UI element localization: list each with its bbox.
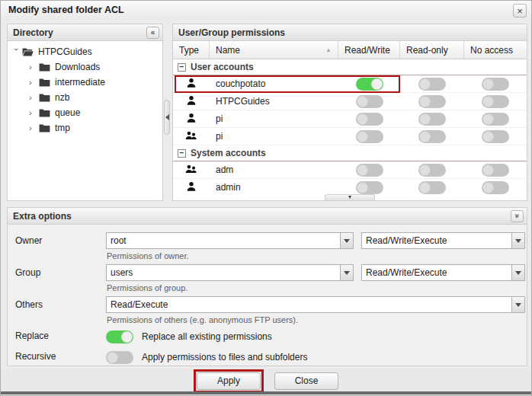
read-only-toggle[interactable] [418,113,446,126]
column-header-no-access[interactable]: No access [464,41,527,59]
type-cell [173,161,210,178]
directory-panel-header: Directory « [8,24,162,41]
chevron-down-icon[interactable] [511,233,524,248]
chevron-down-icon[interactable] [340,265,353,280]
permissions-panel-title: User/Group permissions [178,27,285,38]
collapse-panel-icon[interactable]: » [511,210,524,222]
extra-options-panel: Extra options » Owner root Read/Write/Ex… [7,207,527,366]
group-label: Group [15,264,106,278]
splitter-tab[interactable] [164,100,170,135]
apply-button[interactable]: Apply [197,372,261,390]
users-group-icon [185,130,197,143]
replace-row: Replace Replace all existing permissions [15,328,525,349]
group-permission-select[interactable]: Read/Write/Execute [361,264,525,281]
chevron-down-icon[interactable] [511,297,524,312]
chevron-down-icon[interactable] [340,233,353,248]
recursive-toggle-text: Apply permissions to files and subfolder… [142,352,307,362]
read-only-toggle[interactable] [418,78,446,91]
owner-select[interactable]: root [106,232,354,249]
type-cell [173,110,210,127]
user-icon [186,95,197,108]
no-access-toggle[interactable] [482,181,509,194]
read-only-cell [400,128,464,145]
directory-panel: Directory « ›HTPCGuides›Downloads›interm… [7,24,163,201]
read-write-toggle[interactable] [356,78,383,91]
others-permission-select[interactable]: Read/Execute [106,296,525,313]
tree-item-nzb[interactable]: ›nzb [8,90,162,105]
group-header-system-accounts[interactable]: −System accounts [173,145,527,161]
read-only-cell [400,110,464,127]
tree-item-queue[interactable]: ›queue [8,105,162,120]
chevron-right-icon[interactable]: › [29,63,39,72]
no-access-cell [464,93,527,110]
chevron-right-icon[interactable]: › [29,94,39,102]
read-write-cell [338,110,400,127]
table-row-couchpotato[interactable]: couchpotato [173,75,527,93]
toggle-knob [482,182,494,193]
collapse-group-icon[interactable]: − [178,149,186,158]
read-write-toggle[interactable] [356,130,383,143]
tree-item-htpcguides[interactable]: ›HTPCGuides [8,44,162,59]
name-cell: HTPCGuides [210,93,338,110]
read-only-toggle[interactable] [418,164,446,177]
read-write-cell [338,93,400,110]
no-access-cell [464,161,527,178]
table-row-pi[interactable]: pi [173,128,527,145]
read-write-toggle[interactable] [356,113,383,126]
close-button[interactable]: Close [274,372,338,390]
permissions-panel: User/Group permissions Type Name ▲ Read/… [172,24,527,201]
toggle-knob [371,78,383,90]
column-header-read-only[interactable]: Read-only [400,41,464,59]
table-column-headers: Type Name ▲ Read/Write Read-only No acce… [173,41,527,59]
no-access-toggle[interactable] [482,78,509,91]
column-header-type[interactable]: Type [173,41,210,59]
owner-row: Owner root Read/Write/Execute Permission… [15,232,525,264]
scroll-down-icon[interactable]: ▾ [325,194,375,200]
read-write-toggle[interactable] [356,95,383,108]
toggle-knob [121,331,133,343]
toggle-knob [357,96,368,107]
collapse-group-icon[interactable]: − [178,63,186,72]
read-write-toggle[interactable] [356,164,383,177]
read-write-toggle[interactable] [356,181,383,194]
read-only-toggle[interactable] [418,181,446,194]
chevron-right-icon[interactable]: › [29,124,39,133]
no-access-toggle[interactable] [482,164,509,177]
owner-permission-select[interactable]: Read/Write/Execute [361,232,525,249]
extra-options-title: Extra options [13,211,72,222]
chevron-right-icon[interactable]: › [29,109,39,117]
others-helper-text: Permissions of others (e.g. anonymous FT… [107,315,525,324]
no-access-toggle[interactable] [482,113,509,126]
sort-asc-icon: ▲ [325,46,332,53]
read-only-toggle[interactable] [418,95,446,108]
chevron-right-icon[interactable]: › [29,78,39,87]
read-only-toggle[interactable] [418,130,446,143]
folder-icon [39,93,50,102]
replace-toggle[interactable] [106,331,133,343]
tree-item-intermediate[interactable]: ›intermediate [8,75,162,90]
group-header-user-accounts[interactable]: −User accounts [173,59,527,75]
no-access-toggle[interactable] [482,95,509,108]
table-row-adm[interactable]: adm [173,161,527,179]
folder-icon [39,78,50,87]
no-access-toggle[interactable] [482,130,509,143]
tree-item-downloads[interactable]: ›Downloads [8,59,162,75]
group-select[interactable]: users [106,264,354,281]
table-row-htpcguides[interactable]: HTPCGuides [173,93,527,110]
table-row-pi[interactable]: pi [173,110,527,128]
chevron-down-icon[interactable]: › [12,48,21,56]
toggle-knob [482,96,494,107]
collapse-left-icon[interactable]: « [146,27,159,39]
no-access-cell [464,179,527,196]
panel-splitter[interactable] [163,24,172,201]
recursive-toggle[interactable] [106,351,133,364]
chevron-down-icon[interactable] [511,265,524,280]
tree-item-tmp[interactable]: ›tmp [8,120,162,136]
column-header-read-write[interactable]: Read/Write [338,41,400,59]
window-bottom-edge [1,391,531,394]
column-header-name[interactable]: Name ▲ [210,41,338,59]
permissions-panel-header: User/Group permissions [173,24,527,41]
close-icon[interactable]: × [513,4,527,18]
read-only-cell [400,179,464,196]
type-cell [173,75,210,92]
